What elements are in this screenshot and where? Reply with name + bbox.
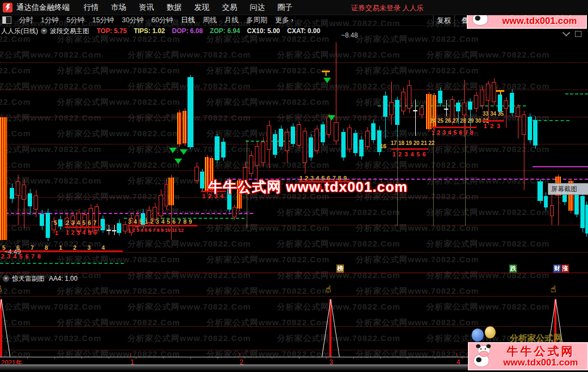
- candle-down: [187, 77, 193, 147]
- axis-minor-tick: [27, 357, 28, 359]
- candle-down: [395, 100, 399, 125]
- screenshot-tooltip: 屏幕截图: [548, 183, 588, 195]
- period-tab-10[interactable]: 更多 ›: [275, 15, 293, 25]
- indicator-field-cxat: CXAT: 0.00: [287, 27, 320, 35]
- buy-signal-triangle-icon: [180, 149, 187, 155]
- grid-line: [0, 326, 588, 327]
- menu-item-7[interactable]: 圈子: [271, 3, 299, 12]
- buy-signal-triangle-icon: [174, 159, 182, 164]
- candle-up: [233, 207, 236, 217]
- collapse-icon[interactable]: [564, 30, 569, 35]
- grid-line: [0, 171, 588, 171]
- buy-signal-triangle-icon: [323, 78, 331, 83]
- menu-item-1[interactable]: 市场: [105, 3, 133, 12]
- stock-name[interactable]: 人人乐(日线): [1, 27, 38, 36]
- grid-line: [0, 296, 588, 297]
- price-label: ~4.49: [4, 248, 21, 256]
- doji-cross: [112, 230, 116, 231]
- chevron-circle-icon[interactable]: [41, 28, 47, 34]
- period-tab-7[interactable]: 周线: [203, 15, 217, 25]
- ticker-badge[interactable]: 跌: [509, 264, 517, 273]
- candle-down: [574, 193, 579, 215]
- candle-down: [291, 127, 295, 144]
- indicator-field-dop: DOP: 6.08: [172, 27, 203, 35]
- candle-down: [585, 205, 588, 234]
- count-numbers-red: 123: [484, 123, 503, 129]
- count-numbers-red: 12345678: [431, 129, 476, 136]
- candle-orange-band: [177, 112, 182, 144]
- period-tab-2[interactable]: 5分钟: [66, 15, 84, 25]
- axis-minor-tick: [380, 357, 381, 359]
- menu-item-5[interactable]: 交易: [216, 3, 243, 12]
- axis-month-tick: [456, 353, 457, 357]
- axis-month-tick: [329, 353, 330, 357]
- period-tab-9[interactable]: 多周期: [246, 15, 267, 25]
- axis-month-tick: [130, 353, 131, 357]
- buy-signal-triangle-icon: [169, 148, 177, 153]
- candle-up: [297, 124, 301, 146]
- support-red-line: [391, 148, 428, 150]
- candle-up: [389, 102, 393, 115]
- menu-item-6[interactable]: 问达: [243, 3, 271, 12]
- candle-up: [420, 108, 424, 115]
- axis-minor-tick: [190, 357, 191, 359]
- tdx001-logo-bottom: 牛牛公式网 www.tdx001.com: [468, 342, 588, 370]
- indicator-fields: TOP: 5.75TIPS: 1.02DOP: 6.08ZOP: 6.94CX1…: [97, 27, 327, 35]
- candle-wick: [446, 100, 447, 116]
- grid-line: [0, 144, 588, 144]
- candle-up: [123, 224, 127, 231]
- candle-down: [456, 103, 460, 111]
- axis-minor-tick: [435, 357, 435, 359]
- menu-items: 行情市场资讯数据发现交易问达圈子: [77, 3, 299, 12]
- green-level-line: [565, 93, 588, 94]
- count-numbers-yellow: 33 34 35: [483, 111, 504, 117]
- period-tab-0[interactable]: 分时: [19, 15, 33, 25]
- chevron-circle-icon[interactable]: [3, 275, 9, 282]
- period-tab-3[interactable]: 15分钟: [92, 15, 114, 25]
- period-tab-8[interactable]: 月线: [224, 15, 239, 25]
- candle-up: [407, 85, 411, 109]
- main-indicator-name[interactable]: 波段交易主图: [50, 27, 89, 36]
- candle-up: [474, 95, 478, 109]
- period-tab-5[interactable]: 60分钟: [151, 15, 173, 25]
- candle-up: [16, 181, 20, 196]
- candle-down: [321, 124, 325, 142]
- grid-line: [0, 252, 588, 253]
- green-level-line: [0, 263, 124, 264]
- candle-up: [267, 125, 271, 150]
- menu-item-0[interactable]: 行情: [77, 3, 105, 12]
- candle-down: [309, 137, 313, 157]
- candle-down: [359, 140, 364, 156]
- trade-login-status[interactable]: 证券交易未登录 人人乐: [351, 3, 424, 13]
- period-items: 分时1分钟5分钟15分钟30分钟60分钟日线周线月线多周期更多 ›: [15, 15, 297, 25]
- buy-signal-triangle-icon: [328, 115, 335, 121]
- axis-minor-tick: [462, 357, 462, 359]
- grid-line: [0, 197, 588, 198]
- ticker-badge[interactable]: 涨: [561, 264, 569, 273]
- candle-down: [533, 120, 537, 146]
- count-number: 16: [380, 143, 386, 149]
- ticker-badge[interactable]: 财: [553, 264, 561, 273]
- axis-minor-tick: [163, 357, 164, 359]
- period-tab-1[interactable]: 1分钟: [41, 15, 59, 25]
- period-tab-4[interactable]: 30分钟: [122, 15, 143, 25]
- menu-item-2[interactable]: 资讯: [133, 3, 160, 12]
- candle-up: [22, 185, 26, 200]
- cow-mascot-icon: [471, 344, 495, 369]
- layout-icon[interactable]: [2, 16, 11, 24]
- menu-item-4[interactable]: 发现: [188, 3, 216, 12]
- axis-minor-tick: [245, 357, 245, 359]
- magenta-level-line: [0, 213, 253, 214]
- candle-down: [510, 93, 514, 113]
- count-numbers-yellow: 17 18 19 20 21 22: [391, 140, 435, 146]
- menu-item-3[interactable]: 数据: [160, 3, 188, 12]
- ticker-badge[interactable]: 榜: [336, 264, 344, 273]
- period-tab-6[interactable]: 日线: [181, 15, 195, 25]
- sub-indicator-name[interactable]: 惊天雷副图: [12, 274, 45, 283]
- panel-icon[interactable]: [575, 31, 581, 37]
- fuquan-button[interactable]: 复权: [433, 15, 455, 26]
- candle-down: [279, 129, 283, 147]
- support-red-line: [431, 127, 477, 128]
- axis-minor-tick: [326, 357, 327, 359]
- candle-up: [249, 155, 253, 174]
